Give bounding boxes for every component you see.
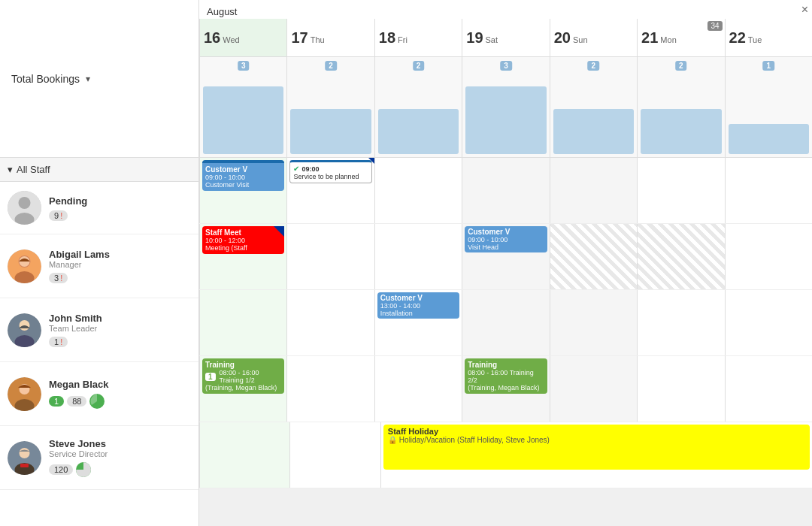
staff-name-steve: Steve Jones (49, 438, 191, 449)
grid-cell-abigail-1 (286, 224, 374, 289)
event-customer-installation[interactable]: Customer V 13:00 - 14:00 Installation (377, 292, 459, 319)
avatar-pending (8, 191, 41, 225)
event-time: 09:00 - 10:00 (205, 174, 281, 181)
badge-megan-2: 88 (67, 396, 86, 407)
day-number: 17 (291, 29, 308, 47)
event-training-2[interactable]: Training 08:00 - 16:00 Training 2/2 (Tra… (465, 358, 547, 394)
staff-info-pending: Pending 9 ! (49, 195, 191, 221)
staff-name-pending: Pending (49, 195, 191, 207)
event-title: Staff Meet (205, 228, 281, 237)
close-button[interactable]: × (801, 4, 808, 16)
day-header-17[interactable]: 17Thu (286, 19, 374, 56)
day-number: 16 (204, 29, 220, 47)
booking-bar-22: 1 (725, 57, 812, 157)
staff-name-john: John Smith (49, 313, 191, 324)
day-header-18[interactable]: 18Fri (374, 19, 462, 56)
day-name: Sun (573, 35, 588, 44)
day-header-19[interactable]: 19Sat (462, 19, 549, 56)
chevron-down-icon: ▾ (8, 164, 13, 175)
staff-row-megan: Megan Black 1 88 (0, 362, 198, 426)
grid-cell-pending-0: Customer V 09:00 - 10:00 Customer Visit (199, 158, 286, 223)
booking-bar-21: 2 (637, 57, 724, 157)
grid-cell-megan-3: Training 08:00 - 16:00 Training 2/2 (Tra… (462, 356, 549, 422)
day-name: Fri (398, 35, 408, 44)
bar-count-badge: 2 (325, 61, 337, 71)
week-number-badge: 34 (707, 21, 722, 31)
grid-cell-abigail-6 (725, 224, 812, 289)
event-desc: Visit Head (468, 243, 544, 251)
event-pending-customer-visit[interactable]: Customer V 09:00 - 10:00 Customer Visit (202, 160, 284, 191)
bar-count-badge: 3 (238, 61, 250, 71)
day-number: 19 (466, 29, 483, 47)
badge-steve: 120 (49, 464, 73, 475)
svg-point-15 (20, 448, 30, 458)
grid-cell-pending-3 (462, 158, 549, 223)
event-staff-meeting[interactable]: Staff Meet 10:00 - 12:00 Meeting (Staff (202, 226, 284, 254)
staff-info-steve: Steve Jones Service Director 120 (49, 438, 191, 477)
grid-cell-megan-4 (550, 356, 637, 422)
grid-cell-pending-6 (725, 158, 812, 223)
grid-cell-john-3 (462, 290, 549, 355)
staff-role-steve: Service Director (49, 449, 191, 458)
day-name: Tue (748, 35, 762, 44)
event-desc: Installation (380, 310, 456, 317)
event-time: 10:00 - 12:00 (205, 237, 281, 244)
day-header-21[interactable]: 21Mon34 (637, 19, 724, 56)
event-customer-visit-head[interactable]: Customer V 09:00 - 10:00 Visit Head (465, 226, 547, 252)
all-staff-header[interactable]: ▾ All Staff (0, 158, 198, 182)
grid-cell-megan-2 (374, 356, 462, 422)
grid-row-pending: Customer V 09:00 - 10:00 Customer Visit … (199, 158, 812, 224)
booking-bar-16: 3 (199, 57, 286, 157)
grid-row-megan: Training 1 08:00 - 16:00 Training 1/2 (T… (199, 356, 812, 422)
badge-john: 1 ! (49, 337, 68, 347)
avatar-steve (8, 441, 41, 475)
staff-name-megan: Megan Black (49, 379, 191, 390)
day-header-22[interactable]: 22Tue (725, 19, 812, 56)
grid-cell-john-4 (550, 290, 637, 355)
staff-info-abigail: Abigail Lams Manager 3 ! (49, 249, 191, 283)
grid-cell-pending-4 (550, 158, 637, 223)
grid-cell-abigail-0: Staff Meet 10:00 - 12:00 Meeting (Staff (199, 224, 286, 289)
day-name: Thu (311, 35, 325, 44)
day-name: Wed (223, 35, 239, 44)
bar-count-badge: 2 (413, 61, 425, 71)
day-name: Sat (486, 35, 498, 44)
grid-cell-abigail-3: Customer V 09:00 - 10:00 Visit Head (462, 224, 549, 289)
staff-row-pending: Pending 9 ! (0, 182, 198, 234)
event-time: 13:00 - 14:00 (380, 302, 456, 310)
badge-pending: 9 ! (49, 210, 68, 221)
grid-cell-steve-0 (199, 422, 289, 488)
chevron-down-icon: ▾ (86, 74, 90, 84)
booking-bar (729, 124, 809, 154)
event-service-plan[interactable]: ✔ 09:00 Service to be planned (289, 160, 371, 183)
svg-point-1 (19, 197, 31, 209)
event-training-1[interactable]: Training 1 08:00 - 16:00 Training 1/2 (T… (202, 358, 284, 394)
avatar-john (8, 313, 41, 347)
booking-bar-19: 3 (462, 57, 549, 157)
holiday-desc: Holiday/Vacation (Staff Holiday, Steve J… (399, 436, 550, 444)
event-title: Customer V (380, 294, 456, 302)
grid-cell-john-0 (199, 290, 286, 355)
grid-cell-megan-6 (725, 356, 812, 422)
day-header-20[interactable]: 20Sun (550, 19, 637, 56)
total-bookings-selector[interactable]: Total Bookings ▾ (0, 0, 199, 157)
day-number: 20 (554, 29, 571, 47)
day-name: Mon (660, 35, 676, 44)
grid-row-abigail: Staff Meet 10:00 - 12:00 Meeting (Staff … (199, 224, 812, 290)
booking-bar (641, 109, 721, 154)
staff-info-megan: Megan Black 1 88 (49, 379, 191, 409)
bar-count-badge: 1 (762, 61, 774, 71)
grid-cell-john-1 (286, 290, 374, 355)
grid-cell-steve-2: Staff Holiday 🔒 Holiday/Vacation (Staff … (380, 422, 812, 488)
training-num: 1 (205, 373, 216, 381)
day-header-16[interactable]: 16Wed (199, 19, 286, 56)
event-staff-holiday[interactable]: Staff Holiday 🔒 Holiday/Vacation (Staff … (383, 425, 810, 470)
staff-row-john: John Smith Team Leader 1 ! (0, 298, 198, 362)
grid-cell-megan-0: Training 1 08:00 - 16:00 Training 1/2 (T… (199, 356, 286, 422)
staff-role-abigail: Manager (49, 260, 191, 269)
total-bookings-label: Total Bookings (11, 73, 80, 85)
grid-cell-megan-1 (286, 356, 374, 422)
event-time: 09:00 (301, 165, 319, 173)
grid-row-steve: Staff Holiday 🔒 Holiday/Vacation (Staff … (199, 422, 812, 488)
grid-cell-john-5 (637, 290, 724, 355)
